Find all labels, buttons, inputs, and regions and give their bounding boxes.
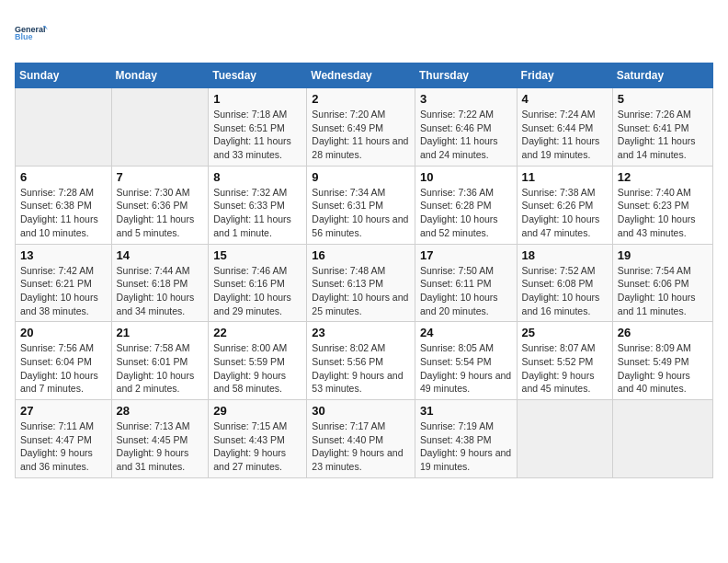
day-info: Sunrise: 7:32 AMSunset: 6:33 PMDaylight:… (213, 186, 301, 240)
day-number: 27 (20, 404, 107, 418)
day-info: Sunrise: 7:22 AMSunset: 6:46 PMDaylight:… (420, 108, 512, 162)
day-number: 11 (522, 170, 608, 184)
day-info: Sunrise: 7:40 AMSunset: 6:23 PMDaylight:… (618, 186, 708, 240)
day-info: Sunrise: 8:02 AMSunset: 5:56 PMDaylight:… (312, 341, 410, 396)
day-info: Sunrise: 7:42 AMSunset: 6:21 PMDaylight:… (20, 264, 107, 318)
day-cell: 22Sunrise: 8:00 AMSunset: 5:59 PMDayligh… (209, 322, 307, 400)
svg-text:Blue: Blue (15, 32, 33, 41)
column-header-tuesday: Tuesday (209, 63, 307, 88)
column-header-thursday: Thursday (415, 63, 517, 88)
day-cell: 31Sunrise: 7:19 AMSunset: 4:38 PMDayligh… (415, 400, 517, 478)
day-info: Sunrise: 7:56 AMSunset: 6:04 PMDaylight:… (20, 341, 107, 396)
day-cell: 10Sunrise: 7:36 AMSunset: 6:28 PMDayligh… (415, 166, 517, 244)
day-number: 21 (117, 326, 204, 339)
page-header: General Blue (15, 15, 713, 52)
day-number: 3 (420, 92, 512, 106)
week-row-2: 6Sunrise: 7:28 AMSunset: 6:38 PMDaylight… (16, 166, 713, 244)
day-info: Sunrise: 8:07 AMSunset: 5:52 PMDaylight:… (522, 341, 608, 396)
day-info: Sunrise: 7:58 AMSunset: 6:01 PMDaylight:… (117, 341, 204, 396)
day-info: Sunrise: 7:36 AMSunset: 6:28 PMDaylight:… (420, 186, 512, 240)
week-row-1: 1Sunrise: 7:18 AMSunset: 6:51 PMDaylight… (16, 88, 713, 167)
day-info: Sunrise: 7:44 AMSunset: 6:18 PMDaylight:… (117, 264, 204, 318)
day-info: Sunrise: 7:38 AMSunset: 6:26 PMDaylight:… (522, 186, 608, 240)
day-number: 25 (522, 326, 608, 339)
day-info: Sunrise: 7:13 AMSunset: 4:45 PMDaylight:… (117, 419, 204, 474)
day-number: 28 (117, 404, 204, 418)
day-cell: 3Sunrise: 7:22 AMSunset: 6:46 PMDaylight… (415, 88, 517, 167)
day-cell: 8Sunrise: 7:32 AMSunset: 6:33 PMDaylight… (209, 166, 307, 244)
logo: General Blue (15, 15, 48, 52)
day-number: 7 (117, 170, 204, 184)
day-number: 15 (213, 248, 301, 262)
day-info: Sunrise: 8:00 AMSunset: 5:59 PMDaylight:… (213, 341, 301, 396)
day-cell (16, 88, 112, 167)
day-info: Sunrise: 7:28 AMSunset: 6:38 PMDaylight:… (20, 186, 107, 240)
day-cell: 5Sunrise: 7:26 AMSunset: 6:41 PMDaylight… (612, 88, 712, 167)
day-info: Sunrise: 7:48 AMSunset: 6:13 PMDaylight:… (312, 264, 410, 318)
day-number: 1 (213, 92, 301, 106)
day-number: 10 (420, 170, 512, 184)
day-cell: 11Sunrise: 7:38 AMSunset: 6:26 PMDayligh… (517, 166, 612, 244)
day-info: Sunrise: 7:26 AMSunset: 6:41 PMDaylight:… (618, 108, 708, 162)
header-row: SundayMondayTuesdayWednesdayThursdayFrid… (16, 63, 713, 88)
day-cell: 18Sunrise: 7:52 AMSunset: 6:08 PMDayligh… (517, 244, 612, 322)
day-number: 29 (213, 404, 301, 418)
week-row-4: 20Sunrise: 7:56 AMSunset: 6:04 PMDayligh… (16, 322, 713, 400)
day-number: 24 (420, 326, 512, 339)
day-info: Sunrise: 7:11 AMSunset: 4:47 PMDaylight:… (20, 419, 107, 474)
day-cell: 13Sunrise: 7:42 AMSunset: 6:21 PMDayligh… (16, 244, 112, 322)
day-info: Sunrise: 7:17 AMSunset: 4:40 PMDaylight:… (312, 419, 410, 474)
day-number: 30 (312, 404, 410, 418)
day-number: 8 (213, 170, 301, 184)
day-number: 5 (618, 92, 708, 106)
day-number: 9 (312, 170, 410, 184)
day-info: Sunrise: 7:34 AMSunset: 6:31 PMDaylight:… (312, 186, 410, 240)
day-cell: 19Sunrise: 7:54 AMSunset: 6:06 PMDayligh… (612, 244, 712, 322)
day-number: 14 (117, 248, 204, 262)
day-cell: 2Sunrise: 7:20 AMSunset: 6:49 PMDaylight… (307, 88, 415, 167)
day-number: 6 (20, 170, 107, 184)
day-info: Sunrise: 7:50 AMSunset: 6:11 PMDaylight:… (420, 264, 512, 318)
day-number: 2 (312, 92, 410, 106)
day-cell: 30Sunrise: 7:17 AMSunset: 4:40 PMDayligh… (307, 400, 415, 478)
day-cell: 28Sunrise: 7:13 AMSunset: 4:45 PMDayligh… (111, 400, 209, 478)
day-info: Sunrise: 7:46 AMSunset: 6:16 PMDaylight:… (213, 264, 301, 318)
day-info: Sunrise: 7:18 AMSunset: 6:51 PMDaylight:… (213, 108, 301, 162)
day-number: 23 (312, 326, 410, 339)
day-cell: 25Sunrise: 8:07 AMSunset: 5:52 PMDayligh… (517, 322, 612, 400)
day-number: 19 (618, 248, 708, 262)
day-info: Sunrise: 8:05 AMSunset: 5:54 PMDaylight:… (420, 341, 512, 396)
day-number: 26 (618, 326, 708, 339)
calendar-table: SundayMondayTuesdayWednesdayThursdayFrid… (15, 63, 713, 478)
column-header-saturday: Saturday (612, 63, 712, 88)
column-header-wednesday: Wednesday (307, 63, 415, 88)
day-cell: 14Sunrise: 7:44 AMSunset: 6:18 PMDayligh… (111, 244, 209, 322)
day-number: 16 (312, 248, 410, 262)
day-cell: 27Sunrise: 7:11 AMSunset: 4:47 PMDayligh… (16, 400, 112, 478)
day-info: Sunrise: 7:19 AMSunset: 4:38 PMDaylight:… (420, 419, 512, 474)
day-number: 12 (618, 170, 708, 184)
week-row-3: 13Sunrise: 7:42 AMSunset: 6:21 PMDayligh… (16, 244, 713, 322)
day-number: 13 (20, 248, 107, 262)
day-cell: 12Sunrise: 7:40 AMSunset: 6:23 PMDayligh… (612, 166, 712, 244)
day-number: 18 (522, 248, 608, 262)
day-number: 4 (522, 92, 608, 106)
day-cell: 15Sunrise: 7:46 AMSunset: 6:16 PMDayligh… (209, 244, 307, 322)
day-info: Sunrise: 7:20 AMSunset: 6:49 PMDaylight:… (312, 108, 410, 162)
column-header-friday: Friday (517, 63, 612, 88)
column-header-sunday: Sunday (16, 63, 112, 88)
day-cell: 23Sunrise: 8:02 AMSunset: 5:56 PMDayligh… (307, 322, 415, 400)
day-cell: 1Sunrise: 7:18 AMSunset: 6:51 PMDaylight… (209, 88, 307, 167)
day-info: Sunrise: 7:52 AMSunset: 6:08 PMDaylight:… (522, 264, 608, 318)
logo-svg: General Blue (15, 15, 48, 52)
day-number: 31 (420, 404, 512, 418)
day-cell: 16Sunrise: 7:48 AMSunset: 6:13 PMDayligh… (307, 244, 415, 322)
day-info: Sunrise: 7:24 AMSunset: 6:44 PMDaylight:… (522, 108, 608, 162)
column-header-monday: Monday (111, 63, 209, 88)
day-cell: 17Sunrise: 7:50 AMSunset: 6:11 PMDayligh… (415, 244, 517, 322)
day-info: Sunrise: 7:15 AMSunset: 4:43 PMDaylight:… (213, 419, 301, 474)
day-cell: 29Sunrise: 7:15 AMSunset: 4:43 PMDayligh… (209, 400, 307, 478)
day-cell: 24Sunrise: 8:05 AMSunset: 5:54 PMDayligh… (415, 322, 517, 400)
day-cell (111, 88, 209, 167)
week-row-5: 27Sunrise: 7:11 AMSunset: 4:47 PMDayligh… (16, 400, 713, 478)
